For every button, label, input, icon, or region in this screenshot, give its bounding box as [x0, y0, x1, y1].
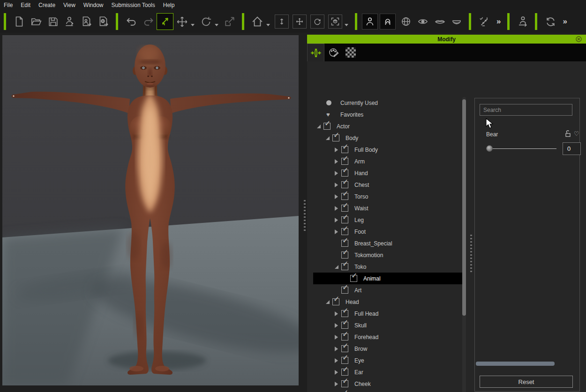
expand-arrow-open-icon[interactable]	[317, 125, 323, 128]
expand-arrow-closed-icon[interactable]	[335, 206, 341, 211]
tree-item-checkbox[interactable]	[341, 263, 348, 270]
close-icon[interactable]	[576, 36, 582, 42]
unlock-icon[interactable]	[565, 130, 571, 137]
expand-arrow-closed-icon[interactable]	[335, 382, 341, 386]
new-project-button[interactable]	[11, 13, 28, 30]
rotate-tool-dropdown[interactable]	[215, 24, 218, 26]
tree-item-checkbox[interactable]	[341, 205, 348, 212]
toolbar-overflow-chevron[interactable]: »	[496, 17, 500, 26]
show-body-toggle[interactable]	[362, 14, 378, 30]
tree-item-checkbox[interactable]	[350, 275, 357, 282]
tree-item-checkbox[interactable]	[341, 170, 348, 177]
expand-arrow-closed-icon[interactable]	[335, 229, 341, 234]
tree-item-tokomotion[interactable]: Tokomotion	[313, 249, 462, 261]
morph-slider-thumb[interactable]	[486, 145, 493, 152]
tree-item-checkbox[interactable]	[332, 134, 339, 141]
param-horizontal-scrollbar[interactable]	[476, 362, 555, 366]
expand-arrow-closed-icon[interactable]	[335, 323, 341, 328]
tree-item-head[interactable]: Head	[313, 296, 462, 308]
menu-file[interactable]: File	[4, 2, 13, 8]
tree-item-full-body[interactable]: Full Body	[313, 144, 462, 155]
select-tool-button[interactable]	[157, 13, 173, 30]
tree-item-checkbox[interactable]	[341, 345, 348, 352]
tree-item-checkbox[interactable]	[341, 146, 348, 153]
morph-slider-track[interactable]	[486, 148, 556, 149]
home-view-button[interactable]	[249, 13, 266, 30]
menu-view[interactable]: View	[63, 2, 75, 8]
rotate-tool-button[interactable]	[197, 13, 214, 30]
pan-view-button[interactable]	[293, 15, 307, 29]
tree-item-checkbox[interactable]	[323, 123, 331, 130]
export-content-button[interactable]	[95, 13, 112, 30]
save-project-button[interactable]	[45, 13, 61, 30]
menu-submission-tools[interactable]: Submission Tools	[112, 2, 155, 8]
expand-arrow-open-icon[interactable]	[326, 300, 332, 304]
adjust-check-button[interactable]	[476, 13, 493, 30]
viewport-3d[interactable]	[2, 35, 299, 385]
toolbar-overflow-chevron[interactable]: »	[563, 17, 566, 26]
tab-appearance[interactable]	[324, 44, 342, 61]
modify-panel-header[interactable]: Modify	[307, 35, 586, 44]
tree-item-checkbox[interactable]	[341, 240, 348, 247]
menu-edit[interactable]: Edit	[21, 2, 30, 8]
tree-item-checkbox[interactable]	[341, 310, 348, 317]
expand-arrow-closed-icon[interactable]	[335, 171, 341, 176]
tab-texture[interactable]	[342, 44, 359, 61]
tab-morph[interactable]	[307, 44, 324, 61]
tree-item-foot[interactable]: Foot	[313, 226, 462, 237]
tree-item-torso[interactable]: Torso	[313, 191, 462, 202]
expand-arrow-closed-icon[interactable]	[335, 194, 341, 199]
show-head-toggle[interactable]	[380, 14, 396, 30]
fit-vertical-button[interactable]	[275, 15, 289, 29]
tree-item-checkbox[interactable]	[341, 216, 348, 223]
tree-item-checkbox[interactable]	[332, 298, 339, 305]
tree-item-hand[interactable]: Hand	[313, 167, 462, 179]
tree-item-cheek[interactable]: Cheek	[313, 378, 462, 390]
redo-button[interactable]	[140, 13, 157, 30]
expand-arrow-closed-icon[interactable]	[335, 311, 341, 316]
tree-item-brow[interactable]: Brow	[313, 343, 462, 355]
lips-button[interactable]	[431, 13, 448, 30]
tree-param-splitter-handle[interactable]	[470, 235, 472, 272]
tree-item-checkbox[interactable]	[341, 333, 348, 340]
lower-lip-button[interactable]	[448, 13, 465, 30]
expand-arrow-closed-icon[interactable]	[335, 218, 341, 222]
expand-arrow-open-icon[interactable]	[326, 136, 332, 140]
panel-splitter-handle[interactable]	[303, 200, 306, 231]
tree-item-skull[interactable]: Skull	[313, 319, 462, 331]
search-input[interactable]	[480, 104, 572, 116]
tree-item-checkbox[interactable]	[341, 380, 348, 387]
tree-item-checkbox[interactable]	[341, 158, 348, 165]
expand-arrow-closed-icon[interactable]	[335, 159, 341, 164]
expand-arrow-open-icon[interactable]	[335, 265, 341, 269]
tree-item-checkbox[interactable]	[341, 369, 348, 376]
expand-arrow-closed-icon[interactable]	[335, 370, 341, 375]
orbit-view-button[interactable]	[310, 15, 324, 29]
expand-arrow-closed-icon[interactable]	[335, 148, 341, 152]
tree-item-chest[interactable]: Chest	[313, 179, 462, 191]
tree-item-checkbox[interactable]	[341, 193, 348, 200]
apply-character-button[interactable]	[514, 13, 531, 30]
tree-item-checkbox[interactable]	[341, 322, 348, 329]
menu-window[interactable]: Window	[83, 2, 104, 8]
scale-tool-button[interactable]	[221, 13, 238, 30]
menu-create[interactable]: Create	[38, 2, 55, 8]
tree-scrollbar-thumb[interactable]	[462, 99, 466, 316]
open-project-button[interactable]	[28, 13, 45, 30]
tree-item-toko[interactable]: Toko	[313, 261, 462, 273]
sync-button[interactable]	[542, 13, 559, 30]
tree-item-eye[interactable]: Eye	[313, 355, 462, 366]
expand-arrow-closed-icon[interactable]	[335, 347, 341, 351]
tree-item-forehead[interactable]: Forehead	[313, 331, 462, 343]
export-character-button[interactable]	[78, 13, 95, 30]
home-view-dropdown[interactable]	[266, 24, 270, 26]
eye-button[interactable]	[414, 13, 431, 30]
morph-value-input[interactable]: 0	[563, 142, 581, 155]
tree-item-ear[interactable]: Ear	[313, 366, 462, 378]
tree-item-animal[interactable]: Animal	[313, 273, 462, 284]
tree-item-waist[interactable]: Waist	[313, 202, 462, 214]
tree-item-currently-used[interactable]: Currently Used	[313, 97, 462, 109]
expand-arrow-closed-icon[interactable]	[335, 358, 341, 363]
expand-arrow-closed-icon[interactable]	[335, 183, 341, 187]
frame-all-dropdown[interactable]	[345, 24, 348, 26]
